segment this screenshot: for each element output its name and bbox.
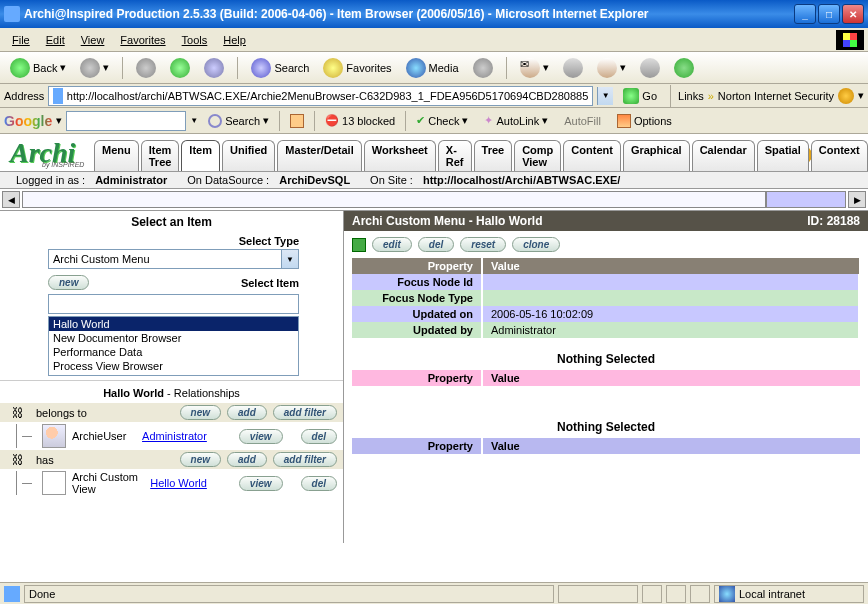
rel-view-button[interactable]: view bbox=[239, 429, 283, 444]
links-label[interactable]: Links bbox=[678, 90, 704, 102]
hello-world-link[interactable]: Hello World bbox=[150, 477, 207, 489]
stop-button[interactable] bbox=[132, 56, 160, 80]
scroll-right[interactable]: ▶ bbox=[848, 191, 866, 208]
forward-icon bbox=[80, 58, 100, 78]
back-button[interactable]: Back ▾ bbox=[6, 56, 70, 80]
rel-new-button-2[interactable]: new bbox=[180, 452, 221, 467]
tab-worksheet[interactable]: Worksheet bbox=[364, 140, 436, 171]
rel-del-button[interactable]: del bbox=[301, 429, 337, 444]
edit-page-button[interactable]: ▾ bbox=[593, 56, 630, 80]
tab-x-ref[interactable]: X-Ref bbox=[438, 140, 472, 171]
media-icon bbox=[406, 58, 426, 78]
google-check-button[interactable]: ✔Check ▾ bbox=[410, 112, 474, 129]
tab-tree[interactable]: Tree bbox=[474, 140, 513, 171]
tab-master-detail[interactable]: Master/Detail bbox=[277, 140, 361, 171]
google-blocked-button[interactable]: ⛔13 blocked bbox=[319, 112, 401, 129]
menu-tools[interactable]: Tools bbox=[174, 31, 216, 49]
nothing-selected-1: Nothing Selected bbox=[344, 348, 868, 370]
belongs-to-row: ⛓ belongs to new add add filter bbox=[0, 403, 343, 422]
rel-view-button-2[interactable]: view bbox=[239, 476, 283, 491]
intranet-icon bbox=[719, 586, 735, 602]
edit-button[interactable]: edit bbox=[372, 237, 412, 252]
address-dropdown[interactable]: ▼ bbox=[597, 87, 613, 105]
relationships-title: Hallo World - Relationships bbox=[0, 380, 343, 403]
list-item[interactable]: Process View Browser bbox=[49, 359, 298, 373]
print-button[interactable] bbox=[559, 56, 587, 80]
address-input[interactable]: http://localhost/archi/ABTWSAC.EXE/Archi… bbox=[48, 86, 593, 106]
google-autolink-button[interactable]: ✦AutoLink ▾ bbox=[478, 112, 554, 129]
messenger-button[interactable] bbox=[670, 56, 698, 80]
status-indicator-icon bbox=[352, 238, 366, 252]
administrator-link[interactable]: Administrator bbox=[142, 430, 207, 442]
rel-add-button-2[interactable]: add bbox=[227, 452, 267, 467]
media-button[interactable]: Media bbox=[402, 56, 463, 80]
property-table-3: PropertyValue bbox=[352, 438, 860, 454]
google-search-input[interactable] bbox=[66, 111, 186, 131]
maximize-button[interactable]: □ bbox=[818, 4, 840, 24]
tab-spatial[interactable]: Spatial bbox=[757, 140, 809, 171]
scroll-track[interactable] bbox=[22, 191, 766, 208]
user-icon bbox=[42, 424, 66, 448]
list-item[interactable]: New Documentor Browser bbox=[49, 331, 298, 345]
window-titlebar: Archi@Inspired Production 2.5.33 (Build:… bbox=[0, 0, 868, 28]
options-icon bbox=[617, 114, 631, 128]
address-bar: Address http://localhost/archi/ABTWSAC.E… bbox=[0, 84, 868, 108]
new-type-button[interactable]: new bbox=[48, 275, 89, 290]
norton-icon[interactable] bbox=[838, 88, 854, 104]
archi-sublogo: by INSPIRED bbox=[42, 161, 84, 168]
tab-context[interactable]: Context bbox=[811, 140, 868, 171]
menu-help[interactable]: Help bbox=[215, 31, 254, 49]
window-title: Archi@Inspired Production 2.5.33 (Build:… bbox=[24, 7, 792, 21]
search-button[interactable]: Search bbox=[247, 56, 313, 80]
ie-menubar: File Edit View Favorites Tools Help bbox=[0, 28, 868, 52]
rel-new-button[interactable]: new bbox=[180, 405, 221, 420]
close-button[interactable]: ✕ bbox=[842, 4, 864, 24]
go-button[interactable]: Go bbox=[617, 86, 663, 106]
mail-button[interactable]: ✉▾ bbox=[516, 56, 553, 80]
list-item[interactable]: Hallo World bbox=[49, 317, 298, 331]
google-logo[interactable]: Google bbox=[4, 113, 52, 129]
home-button[interactable] bbox=[200, 56, 228, 80]
scroll-left[interactable]: ◀ bbox=[2, 191, 20, 208]
tab-unified[interactable]: Unified bbox=[222, 140, 275, 171]
tab-graphical[interactable]: Graphical bbox=[623, 140, 690, 171]
tab-comp-view[interactable]: Comp View bbox=[514, 140, 561, 171]
tab-content[interactable]: Content bbox=[563, 140, 621, 171]
rel-add-button[interactable]: add bbox=[227, 405, 267, 420]
google-autofill-button[interactable]: AutoFill bbox=[558, 113, 607, 129]
history-button[interactable] bbox=[469, 56, 497, 80]
rel-addfilter-button-2[interactable]: add filter bbox=[273, 452, 337, 467]
google-options-button[interactable]: Options bbox=[611, 112, 678, 130]
del-button[interactable]: del bbox=[418, 237, 454, 252]
rel-addfilter-button[interactable]: add filter bbox=[273, 405, 337, 420]
messenger-icon bbox=[674, 58, 694, 78]
tab-menu[interactable]: Menu bbox=[94, 140, 139, 171]
reset-button[interactable]: reset bbox=[460, 237, 506, 252]
discuss-button[interactable] bbox=[636, 56, 664, 80]
stop-icon bbox=[136, 58, 156, 78]
has-row: ⛓ has new add add filter bbox=[0, 450, 343, 469]
menu-edit[interactable]: Edit bbox=[38, 31, 73, 49]
tab-item-tree[interactable]: Item Tree bbox=[141, 140, 180, 171]
menu-file[interactable]: File bbox=[4, 31, 38, 49]
menu-favorites[interactable]: Favorites bbox=[112, 31, 173, 49]
archie-user-row: ArchieUser Administrator view del bbox=[0, 422, 343, 450]
item-listbox[interactable]: Hallo WorldNew Documentor BrowserPerform… bbox=[48, 316, 299, 376]
norton-label[interactable]: Norton Internet Security bbox=[718, 90, 834, 102]
list-item[interactable]: Performance Data bbox=[49, 345, 298, 359]
chevron-down-icon: ▼ bbox=[281, 250, 298, 268]
favorites-button[interactable]: Favorites bbox=[319, 56, 395, 80]
item-search-input[interactable] bbox=[48, 294, 299, 314]
link-icon: ⛓ bbox=[6, 453, 30, 467]
menu-view[interactable]: View bbox=[73, 31, 113, 49]
minimize-button[interactable]: _ bbox=[794, 4, 816, 24]
rel-del-button-2[interactable]: del bbox=[301, 476, 337, 491]
clone-button[interactable]: clone bbox=[512, 237, 560, 252]
type-select[interactable]: Archi Custom Menu ▼ bbox=[48, 249, 299, 269]
google-newwin-button[interactable] bbox=[284, 112, 310, 130]
google-search-button[interactable]: Search ▾ bbox=[202, 112, 275, 130]
refresh-button[interactable] bbox=[166, 56, 194, 80]
tab-calendar[interactable]: Calendar bbox=[692, 140, 755, 171]
tab-item[interactable]: Item bbox=[181, 140, 220, 171]
forward-button[interactable]: ▾ bbox=[76, 56, 113, 80]
